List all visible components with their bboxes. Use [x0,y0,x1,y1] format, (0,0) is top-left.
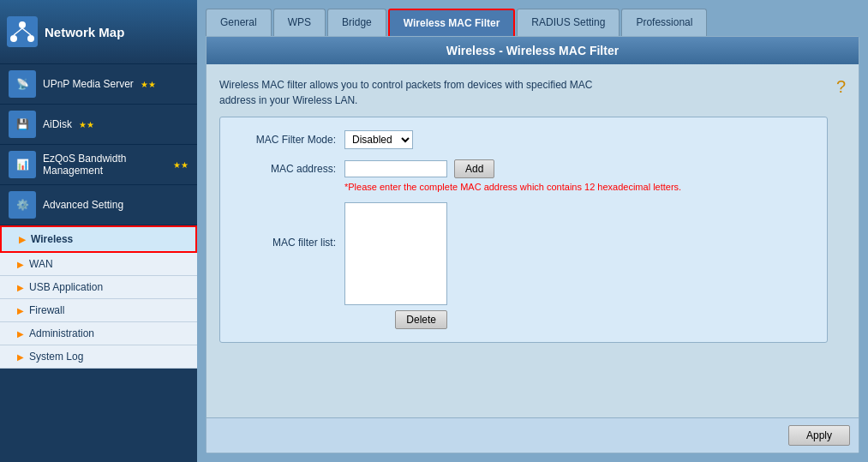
wireless-label: Wireless [31,233,73,245]
tab-wps[interactable]: WPS [273,9,326,36]
mac-address-label: MAC address: [233,159,336,175]
mac-address-row: MAC address: Add *Please enter the compl… [233,159,814,192]
panel-content: Wireless MAC filter allows you to contro… [219,77,828,343]
firewall-label: Firewall [29,304,64,316]
sidebar-sub-section: ▶ Wireless ▶ WAN ▶ USB Application ▶ Fir… [0,225,197,369]
content-area: General WPS Bridge Wireless MAC Filter R… [197,0,868,462]
usb-label: USB Application [29,281,103,293]
tab-radius[interactable]: RADIUS Setting [517,9,620,36]
sidebar-item-syslog[interactable]: ▶ System Log [0,345,197,369]
help-icon-container[interactable]: ? [836,77,846,97]
mac-filter-mode-select[interactable]: Disabled Accept Reject [344,130,413,149]
sidebar-item-network-map[interactable]: Network Map [0,0,197,64]
tab-professional[interactable]: Professional [621,9,707,36]
sidebar-item-upnp[interactable]: 📡 UPnP Media Server ★★ [0,64,197,105]
mac-filter-list-section: Delete [344,202,447,329]
add-button[interactable]: Add [454,159,494,178]
panel: Wireless - Wireless MAC Filter Wireless … [206,36,859,453]
firewall-arrow-icon: ▶ [17,306,24,315]
mac-error-message: *Please enter the complete MAC address w… [344,182,681,192]
mac-input-row: Add [344,159,681,178]
mac-filter-mode-row: MAC Filter Mode: Disabled Accept Reject [233,130,814,149]
sidebar-item-firewall[interactable]: ▶ Firewall [0,299,197,322]
network-map-icon [7,16,38,47]
tab-general[interactable]: General [206,9,272,36]
mac-filter-list-row: MAC filter list: Delete [233,202,814,329]
aidisk-icon: 💾 [9,111,36,138]
ezqos-label: EzQoS Bandwidth Management [43,153,166,177]
sidebar-item-administration[interactable]: ▶ Administration [0,322,197,345]
sidebar-item-aidisk[interactable]: 💾 AiDisk ★★ [0,105,197,145]
sidebar-item-advanced[interactable]: ⚙️ Advanced Setting [0,185,197,225]
ezqos-star: ★★ [173,160,189,170]
aidisk-label: AiDisk [43,118,72,130]
ezqos-icon: 📊 [9,151,36,178]
delete-button[interactable]: Delete [395,310,447,329]
sidebar-item-ezqos[interactable]: 📊 EzQoS Bandwidth Management ★★ [0,145,197,185]
upnp-star: ★★ [141,80,156,89]
mac-filter-mode-control: Disabled Accept Reject [344,130,413,149]
description: Wireless MAC filter allows you to contro… [219,77,828,108]
wireless-arrow-icon: ▶ [19,235,26,244]
mac-address-section: Add *Please enter the complete MAC addre… [344,159,681,192]
apply-row: Apply [207,417,859,453]
apply-button[interactable]: Apply [788,425,850,446]
upnp-icon: 📡 [9,70,36,98]
mac-filter-list-label: MAC filter list: [233,202,336,249]
advanced-label: Advanced Setting [43,199,123,211]
usb-arrow-icon: ▶ [17,283,24,292]
app-container: Network Map 📡 UPnP Media Server ★★ 💾 AiD… [0,0,868,462]
tab-wireless-mac-filter[interactable]: Wireless MAC Filter [388,9,516,36]
upnp-label: UPnP Media Server [43,78,134,90]
mac-filter-mode-label: MAC Filter Mode: [233,134,336,146]
aidisk-star: ★★ [79,120,94,129]
sidebar-item-usb[interactable]: ▶ USB Application [0,276,197,299]
help-icon[interactable]: ? [836,77,846,96]
network-map-label: Network Map [45,25,124,39]
mac-address-input[interactable] [344,160,447,177]
wan-arrow-icon: ▶ [17,260,24,269]
panel-title: Wireless - Wireless MAC Filter [207,37,859,64]
mac-filter-list-textarea[interactable] [344,202,447,305]
panel-body: Wireless MAC filter allows you to contro… [207,64,859,417]
sidebar: Network Map 📡 UPnP Media Server ★★ 💾 AiD… [0,0,197,462]
syslog-arrow-icon: ▶ [17,352,24,362]
tab-bar: General WPS Bridge Wireless MAC Filter R… [206,9,859,36]
advanced-icon: ⚙️ [9,191,36,219]
wan-label: WAN [29,258,53,270]
syslog-label: System Log [29,351,83,363]
administration-label: Administration [29,327,94,339]
form-area: MAC Filter Mode: Disabled Accept Reject [219,117,828,343]
sidebar-item-wireless[interactable]: ▶ Wireless [0,225,197,253]
sidebar-item-wan[interactable]: ▶ WAN [0,253,197,276]
admin-arrow-icon: ▶ [17,329,24,339]
tab-bridge[interactable]: Bridge [327,9,386,36]
